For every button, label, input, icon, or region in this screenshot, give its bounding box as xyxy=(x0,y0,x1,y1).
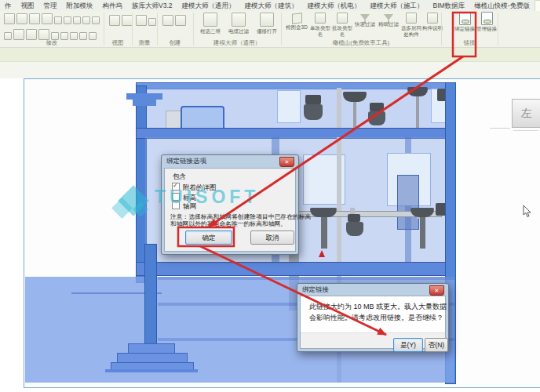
create-tools xyxy=(162,14,187,30)
options-bar xyxy=(0,48,540,62)
tool-icon[interactable] xyxy=(13,29,24,40)
funnel-icon xyxy=(360,14,370,20)
tool-icon[interactable] xyxy=(16,13,27,24)
dialog-bind-link-warning: 绑定链接 ✕ 此链接大约为 10 MB 或更大。载入大量数据 会影响性能。请考虑… xyxy=(297,283,449,352)
modify-tool-grid xyxy=(3,13,100,38)
tab-jmds-mep[interactable]: 建模大师（机电） xyxy=(303,0,366,11)
tool-icon[interactable] xyxy=(162,15,173,26)
tool-icon[interactable] xyxy=(29,13,40,24)
yes-button[interactable]: 是(Y) xyxy=(393,338,423,352)
tool-icon[interactable] xyxy=(73,16,81,24)
tab-jmds-general[interactable]: 建模大师（通用） xyxy=(177,0,240,11)
offset-open-icon xyxy=(260,13,274,27)
view-control-strip xyxy=(0,62,540,78)
layers-icon xyxy=(406,13,417,24)
watermark-text: TUISOFT xyxy=(155,187,259,208)
ok-button[interactable]: 确定 xyxy=(185,230,232,245)
pedestal-sink-bowl xyxy=(310,208,337,217)
dialog-footer xyxy=(301,332,445,348)
measure-tools xyxy=(135,14,157,30)
tool-icon[interactable] xyxy=(26,29,37,40)
basin-drain-pipe xyxy=(416,96,419,128)
mouse-cursor xyxy=(523,205,532,218)
toilet-tank xyxy=(348,214,360,222)
dialog-title: 绑定链接 xyxy=(297,284,448,296)
revit-app-window: 作 视图 管理 附加模块 构件坞 族库大师V3.2 建模大师（通用） 建模大师（… xyxy=(0,0,540,392)
dialog-title: 绑定链接选项 xyxy=(162,155,298,168)
bind-link-icon xyxy=(459,12,471,25)
warning-text: 此链接大约为 10 MB 或更大。载入大量数据 xyxy=(309,302,447,312)
window xyxy=(277,90,301,123)
tab-gls-structure[interactable]: GLS土建 xyxy=(535,0,540,11)
tool-icon[interactable] xyxy=(42,13,53,24)
funnel-icon xyxy=(384,14,393,20)
wall-basin xyxy=(343,92,367,102)
group-separator xyxy=(498,13,498,45)
include-label: 包含 xyxy=(173,172,186,182)
tab-addins[interactable]: 附加模块 xyxy=(62,0,98,11)
footing-base xyxy=(105,369,198,372)
viewcube[interactable]: 左 xyxy=(512,99,540,128)
tab-view[interactable]: 视图 xyxy=(16,0,39,11)
tool-icon[interactable] xyxy=(109,15,120,26)
riser-pipe xyxy=(337,88,341,128)
tab-jmds-constr[interactable]: 建模大师（施工） xyxy=(366,0,429,11)
door xyxy=(397,175,419,230)
group-label-view: 视图 xyxy=(104,39,132,47)
tool-icon[interactable] xyxy=(38,29,49,40)
pedestal-sink-bowl xyxy=(410,208,434,217)
no-button[interactable]: 否(N) xyxy=(425,338,448,352)
box-select-3d-icon xyxy=(203,13,217,27)
basin-drain-pipe xyxy=(353,102,356,128)
cable-filter-icon xyxy=(232,13,246,27)
tab-component-dock[interactable]: 构件坞 xyxy=(98,0,128,11)
ribbon-tab-bar: 作 视图 管理 附加模块 构件坞 族库大师V3.2 建模大师（通用） 建模大师（… xyxy=(0,0,540,11)
dialog-body: 此链接大约为 10 MB 或更大。载入大量数据 会影响性能。请考虑改用链接。是否… xyxy=(300,296,446,349)
tab-manage[interactable]: 管理 xyxy=(39,0,62,11)
rename-type-icon xyxy=(315,13,326,24)
toilet xyxy=(346,222,363,236)
tab-jmds-arch[interactable]: 建模大师（建筑） xyxy=(240,0,303,11)
toilet-tank xyxy=(370,103,384,111)
tool-icon[interactable] xyxy=(82,16,90,24)
tool-icon[interactable] xyxy=(148,18,156,26)
dialog-body: 包含 附着的详图 标高 轴网 注意：选择标高和轴网将创建除项目中已存在的标高 和… xyxy=(164,168,296,252)
buried-story-line xyxy=(158,277,454,280)
tab-collaborate[interactable]: 作 xyxy=(0,0,16,11)
tool-icon[interactable] xyxy=(92,16,100,24)
group-label-gls: 橄榄山(免费效率工具) xyxy=(281,39,441,47)
tool-icon[interactable] xyxy=(122,15,133,26)
pedestal-sink-base xyxy=(321,217,327,249)
wall-basin xyxy=(407,87,428,96)
view-tools xyxy=(108,14,133,30)
floor-slab xyxy=(136,262,456,276)
cornice xyxy=(133,100,156,106)
red-flag-marker xyxy=(319,250,325,257)
appliance-box xyxy=(166,111,181,129)
compass-line xyxy=(490,128,510,129)
note-text: 和轴网以外的其他命名唯一的标高和轴网。 xyxy=(170,220,286,228)
ribbon: 修改 视图 测量 创建 框选三维 电缆过滤 偏移打开 建模大师（通用） xyxy=(0,11,540,48)
cancel-button[interactable]: 取消 xyxy=(250,230,294,245)
tool-icon[interactable] xyxy=(136,15,147,26)
cornice xyxy=(126,93,162,100)
toilet xyxy=(368,111,385,125)
group-label-modify: 修改 xyxy=(0,39,104,47)
tool-icon[interactable] xyxy=(64,16,71,24)
tab-bim-db[interactable]: BIM数据库 xyxy=(429,0,470,11)
close-icon[interactable]: ✕ xyxy=(429,285,444,296)
tab-glsolive-free[interactable]: 橄榄山快模-免费版 xyxy=(469,0,535,11)
tool-icon[interactable] xyxy=(54,16,62,24)
close-icon[interactable]: ✕ xyxy=(279,157,294,167)
notes-icon xyxy=(427,13,438,24)
rename-type-batch-icon xyxy=(337,13,348,24)
manage-link-icon xyxy=(481,12,493,25)
tool-icon[interactable] xyxy=(175,15,186,26)
group-label-link: 链接 xyxy=(441,39,498,47)
tool-icon[interactable] xyxy=(4,13,15,24)
pedestal-sink-base xyxy=(420,217,425,249)
toilet-tank xyxy=(305,95,321,104)
tab-family-master[interactable]: 族库大师V3.2 xyxy=(127,0,177,11)
warning-text: 会影响性能。请考虑改用链接。是否继续？ xyxy=(309,313,443,323)
compass-line xyxy=(513,130,538,131)
